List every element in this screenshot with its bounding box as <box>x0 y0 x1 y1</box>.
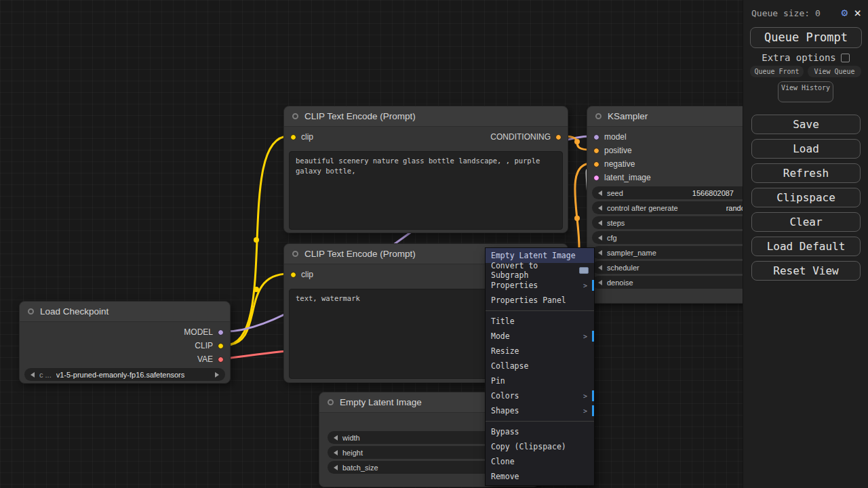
clip-slot-icon[interactable] <box>218 343 224 349</box>
model-slot-icon[interactable] <box>218 329 224 336</box>
link-dot <box>574 139 580 144</box>
menu-item-collapse[interactable]: Collapse <box>486 359 594 373</box>
widget-name: c ... <box>39 371 52 379</box>
comfyui-app: CLIP Text Encode (Prompt) clip CONDITION… <box>0 0 868 488</box>
node-title: Load Checkpoint <box>40 306 108 317</box>
node-clip-text-encode-1[interactable]: CLIP Text Encode (Prompt) clip CONDITION… <box>283 106 568 233</box>
collapse-dot-icon[interactable] <box>292 251 298 257</box>
menu-item-label: Pin <box>491 376 505 386</box>
widget-name: steps <box>607 219 625 227</box>
menu-item-pin[interactable]: Pin <box>486 373 594 388</box>
positive-prompt-textarea[interactable]: beautiful scenery nature glass bottle la… <box>289 151 563 230</box>
output-slot-vae[interactable]: VAE <box>197 354 224 364</box>
combo-next-arrow-icon[interactable] <box>215 372 219 378</box>
link-clip-to-positive-prompt <box>226 136 288 345</box>
slot-label: clip <box>301 270 313 279</box>
combo-prev-arrow-icon[interactable] <box>31 372 35 378</box>
slot-label: model <box>604 132 627 142</box>
extra-options-checkbox[interactable] <box>841 54 850 62</box>
clip-slot-icon[interactable] <box>290 134 296 140</box>
decrement-arrow-icon[interactable] <box>598 235 602 241</box>
slot-label: CLIP <box>195 341 213 350</box>
menu-item-colors[interactable]: Colors > <box>486 388 594 403</box>
settings-gear-icon[interactable]: ⚙ <box>842 7 848 18</box>
save-button[interactable]: Save <box>751 115 861 134</box>
output-slot-model[interactable]: MODEL <box>184 327 224 337</box>
slot-label: CONDITIONING <box>490 132 551 142</box>
decrement-arrow-icon[interactable] <box>334 450 338 455</box>
collapse-dot-icon[interactable] <box>28 308 34 314</box>
menu-item-mode[interactable]: Mode > <box>486 329 594 344</box>
decrement-arrow-icon[interactable] <box>598 205 602 211</box>
menu-item-shapes[interactable]: Shapes > <box>486 403 594 418</box>
menu-item-copy-clipspace[interactable]: Copy (Clipspace) <box>486 439 594 454</box>
node-title-bar[interactable]: Load Checkpoint <box>20 302 230 322</box>
conditioning-slot-icon[interactable] <box>555 134 561 140</box>
menu-item-convert-to-subgraph[interactable]: Convert to Subgraph <box>486 263 594 278</box>
decrement-arrow-icon[interactable] <box>598 250 602 256</box>
ckpt-name-combo-widget[interactable]: c ... v1-5-pruned-emaonly-fp16.safetenso… <box>24 368 225 381</box>
menu-item-label: Mode <box>491 331 510 341</box>
menu-item-title[interactable]: Title <box>486 314 594 329</box>
input-slot-model[interactable]: model <box>593 132 627 142</box>
node-load-checkpoint[interactable]: Load Checkpoint MODEL CLIP VAE <box>19 301 231 384</box>
input-slot-clip[interactable]: clip <box>290 132 313 142</box>
decrement-arrow-icon[interactable] <box>334 435 338 441</box>
output-slot-clip[interactable]: CLIP <box>195 341 224 350</box>
queue-front-button[interactable]: Queue Front <box>750 66 804 77</box>
menu-item-properties-panel[interactable]: Properties Panel <box>486 293 594 308</box>
node-title: KSampler <box>608 111 648 121</box>
vae-slot-icon[interactable] <box>218 357 224 363</box>
widget-name: height <box>342 449 363 457</box>
input-slot-negative[interactable]: negative <box>593 159 635 169</box>
widget-name: batch_size <box>342 464 378 472</box>
view-history-button[interactable]: View History <box>778 81 833 102</box>
widget-name: scheduler <box>607 264 639 272</box>
node-canvas[interactable]: CLIP Text Encode (Prompt) clip CONDITION… <box>0 0 868 488</box>
refresh-button[interactable]: Refresh <box>751 163 861 183</box>
clear-button[interactable]: Clear <box>751 212 861 232</box>
collapse-dot-icon[interactable] <box>328 399 334 405</box>
latent-slot-icon[interactable] <box>593 175 599 181</box>
menu-item-properties[interactable]: Properties > <box>486 278 594 293</box>
menu-item-remove[interactable]: Remove <box>486 469 594 484</box>
load-default-button[interactable]: Load Default <box>751 237 861 256</box>
input-slot-clip[interactable]: clip <box>290 270 313 279</box>
input-slot-positive[interactable]: positive <box>593 146 632 155</box>
conditioning-slot-icon[interactable] <box>593 148 599 154</box>
menu-item-label: Colors <box>491 391 519 401</box>
node-title-bar[interactable]: CLIP Text Encode (Prompt) <box>284 106 568 127</box>
node-title: Empty Latent Image <box>340 397 422 407</box>
view-queue-button[interactable]: View Queue <box>808 66 861 77</box>
widget-name: denoise <box>607 279 633 287</box>
decrement-arrow-icon[interactable] <box>598 190 602 196</box>
widget-name: sampler_name <box>607 249 656 257</box>
output-slot-conditioning[interactable]: CONDITIONING <box>490 132 561 142</box>
decrement-arrow-icon[interactable] <box>598 220 602 226</box>
menu-item-clone[interactable]: Clone <box>486 454 594 469</box>
menu-item-bypass[interactable]: Bypass <box>486 424 594 439</box>
clipspace-button[interactable]: Clipspace <box>751 188 861 207</box>
queue-prompt-button[interactable]: Queue Prompt <box>750 27 862 48</box>
widget-name: cfg <box>607 234 617 242</box>
close-icon[interactable]: × <box>854 7 861 19</box>
decrement-arrow-icon[interactable] <box>598 280 602 285</box>
link-dot <box>574 216 580 221</box>
menu-item-label: Title <box>491 317 515 326</box>
collapse-dot-icon[interactable] <box>595 113 601 119</box>
model-slot-icon[interactable] <box>593 134 599 140</box>
reset-view-button[interactable]: Reset View <box>751 261 861 281</box>
decrement-arrow-icon[interactable] <box>334 465 338 470</box>
input-slot-latent-image[interactable]: latent_image <box>593 173 651 182</box>
slot-label: positive <box>604 146 632 155</box>
clip-slot-icon[interactable] <box>290 272 296 278</box>
decrement-arrow-icon[interactable] <box>598 265 602 270</box>
slot-label: latent_image <box>604 173 651 182</box>
queue-size-label: Queue size: 0 <box>751 8 835 18</box>
submenu-arrow-icon: > <box>583 333 587 340</box>
collapse-dot-icon[interactable] <box>292 113 298 119</box>
slot-label: negative <box>604 159 635 169</box>
conditioning-slot-icon[interactable] <box>593 161 599 167</box>
load-button[interactable]: Load <box>751 139 861 159</box>
menu-item-resize[interactable]: Resize <box>486 344 594 359</box>
